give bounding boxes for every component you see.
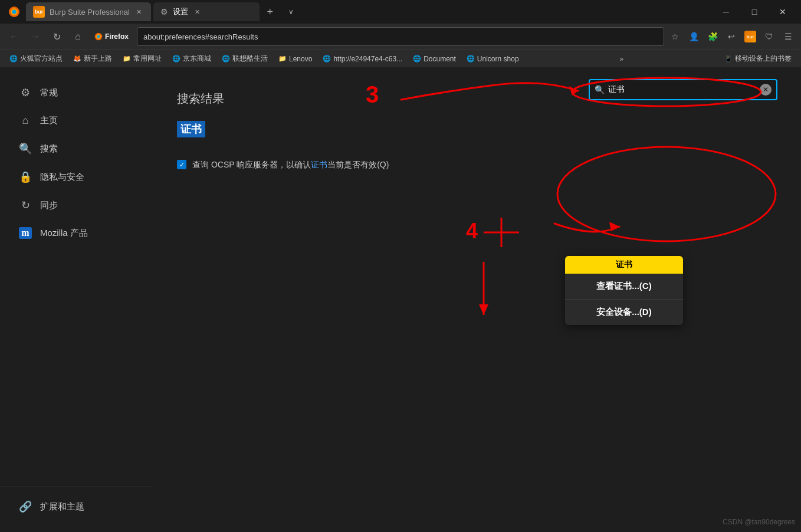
extensions-button[interactable]: 🧩 — [704, 28, 721, 45]
bookmarks-bar: 🌐 火狐官方站点 🦊 新手上路 📁 常用网址 🌐 京东商城 🌐 联想酷生活 📁 … — [0, 50, 801, 67]
mobile-bookmarks-icon: 📱 — [724, 55, 733, 63]
bookmark-document-label: Document — [424, 55, 456, 63]
section-title: 证书 — [177, 121, 205, 137]
bookmarks-more-button[interactable]: » — [613, 52, 630, 66]
firefox-badge-label: Firefox — [105, 32, 129, 41]
general-icon: ⚙ — [19, 86, 32, 99]
mobile-bookmarks[interactable]: 📱 移动设备上的书签 — [720, 52, 796, 65]
popup-item-security-device[interactable]: 安全设备...(D) — [565, 300, 683, 325]
bookmark-huhu[interactable]: 🌐 火狐官方站点 — [5, 52, 67, 65]
popup-item-view-cert[interactable]: 查看证书...(C) — [565, 274, 683, 300]
url-bar[interactable]: about:preferences#searchResults — [137, 27, 664, 46]
main-content: 🔍 ✕ 搜索结果 证书 ✓ 查询 OCSP 响应服务器，以确认证书当前是否有效(… — [153, 67, 801, 532]
bookmark-unicorn[interactable]: 🌐 Unicorn shop — [462, 54, 524, 64]
burp-nav-icon: bur — [744, 31, 756, 42]
bookmark-lenovo-life[interactable]: 🌐 联想酷生活 — [217, 52, 273, 65]
new-tab-button[interactable]: + — [262, 4, 278, 20]
navigation-bar: ← → ↻ ⌂ Firefox about:preferences#search… — [0, 24, 801, 50]
section-block: 证书 — [177, 121, 777, 147]
bookmark-star-button[interactable]: ☆ — [667, 28, 683, 45]
shield-button[interactable]: 🛡 — [761, 28, 777, 45]
tab-burp-label: Burp Suite Professional — [50, 8, 130, 17]
account-button[interactable]: 👤 — [685, 28, 702, 45]
search-input[interactable] — [608, 85, 756, 94]
firefox-badge[interactable]: Firefox — [90, 31, 133, 42]
mozilla-icon: m — [19, 227, 32, 239]
svg-point-2 — [12, 10, 17, 14]
bookmark-jingdong-icon: 🌐 — [172, 55, 180, 63]
bookmark-huhu-icon: 🌐 — [9, 55, 18, 63]
bookmark-changyongwangzhi[interactable]: 📁 常用网址 — [118, 52, 166, 65]
url-text: about:preferences#searchResults — [143, 32, 258, 41]
close-button[interactable]: ✕ — [769, 2, 796, 21]
tab-burp[interactable]: bur Burp Suite Professional ✕ — [26, 2, 151, 21]
firefox-icon — [5, 2, 24, 21]
bookmark-lenovo[interactable]: 📁 Lenovo — [274, 54, 317, 64]
result-highlight: 证书 — [311, 160, 327, 169]
minimize-button[interactable]: ─ — [713, 2, 740, 21]
bookmark-http-label: http://e24947e4-c63... — [333, 55, 402, 63]
sync-icon: ↻ — [19, 199, 32, 212]
search-box[interactable]: 🔍 ✕ — [589, 79, 777, 100]
sidebar-item-extensions[interactable]: 🔗 扩展和主题 — [5, 493, 149, 520]
popup-panel: 证书 查看证书...(C) 安全设备...(D) — [565, 256, 683, 325]
sidebar-label-extensions: 扩展和主题 — [40, 501, 84, 513]
bookmark-changyong-icon: 📁 — [123, 55, 131, 63]
sidebar-label-privacy: 隐私与安全 — [40, 172, 84, 183]
bookmark-lenovo-life-icon: 🌐 — [222, 55, 230, 63]
url-bar-container: Firefox about:preferences#searchResults — [90, 27, 664, 46]
bookmark-xinshoulushang[interactable]: 🦊 新手上路 — [68, 52, 117, 65]
home-button[interactable]: ⌂ — [68, 27, 87, 46]
sidebar-item-mozilla[interactable]: m Mozilla 产品 — [5, 220, 149, 246]
firefox-badge-icon — [94, 32, 103, 41]
bookmark-xinshoulushang-label: 新手上路 — [84, 54, 112, 64]
tab-burp-close[interactable]: ✕ — [134, 7, 144, 17]
search-sidebar-icon: 🔍 — [19, 142, 32, 155]
tab-settings-label: 设置 — [173, 6, 188, 17]
bookmark-lenovo-icon: 📁 — [278, 55, 287, 63]
privacy-icon: 🔒 — [19, 170, 32, 183]
refresh-button[interactable]: ↻ — [47, 27, 66, 46]
bookmark-lenovo-label: Lenovo — [289, 55, 312, 63]
bookmark-http[interactable]: 🌐 http://e24947e4-c63... — [318, 54, 407, 64]
forward-button[interactable]: → — [26, 27, 45, 46]
result-checkbox[interactable]: ✓ — [177, 160, 186, 169]
history-button[interactable]: ↩ — [723, 28, 740, 45]
bookmark-document[interactable]: 🌐 Document — [408, 54, 461, 64]
tab-settings[interactable]: ⚙ 设置 ✕ — [153, 2, 260, 21]
svg-marker-15 — [609, 222, 619, 231]
sidebar-label-mozilla: Mozilla 产品 — [40, 228, 88, 239]
home-icon: ⌂ — [19, 114, 32, 127]
search-icon: 🔍 — [595, 85, 605, 94]
watermark: CSDN @tan90degrees — [723, 518, 795, 526]
menu-button[interactable]: ☰ — [780, 28, 796, 45]
search-clear-button[interactable]: ✕ — [760, 84, 772, 96]
sidebar-label-general: 常规 — [40, 87, 58, 98]
sidebar-item-search[interactable]: 🔍 搜索 — [5, 135, 149, 162]
back-button[interactable]: ← — [5, 27, 24, 46]
bookmark-changyong-label: 常用网址 — [133, 54, 162, 64]
tab-dropdown-button[interactable]: ∨ — [283, 4, 300, 20]
sidebar-item-home[interactable]: ⌂ 主页 — [5, 107, 149, 134]
bookmark-unicorn-label: Unicorn shop — [477, 55, 519, 63]
window-controls: ─ □ ✕ — [713, 2, 796, 21]
sidebar-item-sync[interactable]: ↻ 同步 — [5, 192, 149, 219]
svg-text:4: 4 — [466, 219, 478, 243]
bookmark-huhu-label: 火狐官方站点 — [20, 54, 63, 64]
maximize-button[interactable]: □ — [741, 2, 768, 21]
sidebar-item-general[interactable]: ⚙ 常规 — [5, 79, 149, 106]
sidebar-item-privacy[interactable]: 🔒 隐私与安全 — [5, 163, 149, 191]
bookmark-lenovo-life-label: 联想酷生活 — [232, 54, 268, 64]
bookmark-xinshoulushang-icon: 🦊 — [73, 55, 81, 63]
search-container: 🔍 ✕ — [589, 79, 777, 100]
popup-header: 证书 — [565, 256, 683, 274]
mobile-bookmarks-label: 移动设备上的书签 — [735, 54, 792, 64]
tab-settings-close[interactable]: ✕ — [193, 7, 202, 17]
burp-nav-button[interactable]: bur — [742, 28, 759, 45]
sidebar: ⚙ 常规 ⌂ 主页 🔍 搜索 🔒 隐私与安全 ↻ 同步 m Mozilla 产品… — [0, 67, 153, 532]
result-text-before: 查询 OCSP 响应服务器，以确认 — [192, 160, 311, 169]
bookmark-jingdong[interactable]: 🌐 京东商城 — [168, 52, 216, 65]
bookmark-jingdong-label: 京东商城 — [183, 54, 211, 64]
result-text: 查询 OCSP 响应服务器，以确认证书当前是否有效(Q) — [192, 159, 389, 171]
sidebar-bottom: 🔗 扩展和主题 — [0, 487, 153, 520]
